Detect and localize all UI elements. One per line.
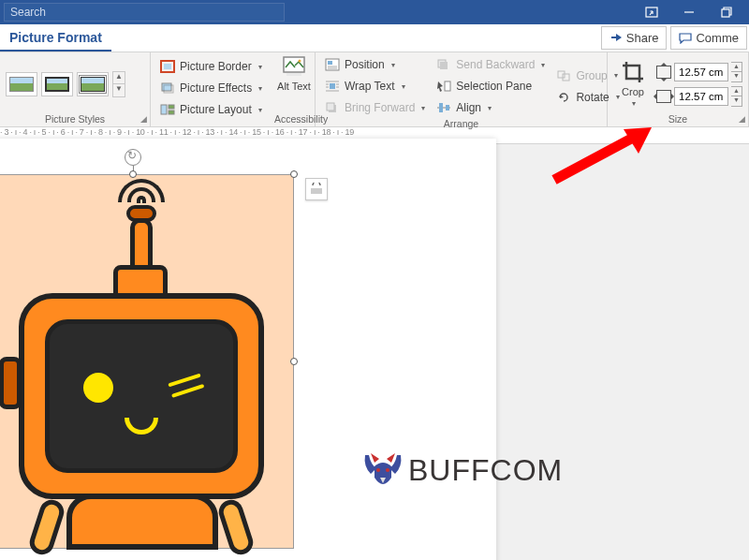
shape-width-input[interactable]: [674, 87, 728, 106]
layout-options-icon: [309, 183, 324, 196]
svg-rect-25: [327, 103, 334, 111]
svg-rect-9: [169, 111, 174, 114]
robot-wifi-icon: [118, 179, 165, 205]
svg-rect-8: [169, 105, 174, 109]
document-area[interactable]: BUFFCOM: [0, 144, 749, 560]
send-backward-button: Send Backward▾: [433, 54, 549, 75]
ribbon-display-options-button[interactable]: [633, 0, 670, 24]
svg-rect-31: [446, 105, 449, 111]
svg-rect-12: [286, 73, 301, 76]
crop-button[interactable]: Crop ▾: [613, 60, 653, 108]
resize-handle-top[interactable]: [129, 170, 137, 178]
picture-layout-icon: [160, 102, 175, 117]
ribbon: ▲▼ Picture Styles ◢ Picture Border▾ Pict…: [0, 52, 749, 127]
bring-forward-icon: [325, 100, 340, 115]
picture-effects-button[interactable]: Picture Effects▾: [156, 78, 263, 98]
picture-style-1[interactable]: [6, 72, 37, 96]
svg-rect-27: [440, 62, 448, 69]
picture-layout-button[interactable]: Picture Layout▾: [156, 99, 263, 120]
svg-rect-2: [722, 9, 729, 17]
picture-border-icon: [160, 59, 175, 74]
selection-pane-button[interactable]: Selection Pane: [433, 76, 549, 96]
group-picture-styles: ▲▼ Picture Styles ◢: [0, 52, 151, 126]
comments-button[interactable]: Comme: [670, 26, 747, 50]
svg-point-38: [386, 468, 389, 472]
height-spinner[interactable]: ▲▼: [731, 62, 742, 82]
shape-height-input[interactable]: [674, 63, 728, 81]
layout-options-button[interactable]: [305, 178, 328, 200]
group-label-accessibility: Accessibility: [274, 113, 309, 125]
send-backward-icon: [436, 57, 451, 72]
group-accessibility: Alt Text Accessibility: [269, 52, 316, 126]
tab-picture-format[interactable]: Picture Format: [0, 24, 111, 52]
svg-rect-28: [445, 81, 450, 91]
restore-button[interactable]: [708, 0, 745, 24]
page: [0, 139, 496, 560]
height-icon: [656, 66, 671, 79]
wrap-text-button[interactable]: Wrap Text▾: [321, 76, 429, 96]
position-icon: [325, 57, 340, 72]
group-picture-adjust: Picture Border▾ Picture Effects▾ Picture…: [151, 52, 269, 126]
annotation-arrow: [545, 125, 657, 191]
minimize-button[interactable]: [670, 0, 708, 24]
group-label-size: Size: [613, 113, 742, 125]
crop-icon: [621, 60, 645, 84]
picture-style-3[interactable]: [77, 72, 109, 96]
wrap-text-icon: [325, 79, 340, 94]
svg-rect-14: [328, 61, 332, 65]
group-label-picture-styles: Picture Styles: [6, 113, 144, 125]
bring-forward-button: Bring Forward▾: [321, 97, 429, 118]
group-icon: [556, 68, 571, 83]
watermark-logo-icon: [361, 449, 404, 491]
svg-point-37: [376, 468, 380, 472]
title-bar: [0, 0, 749, 24]
picture-style-2[interactable]: [41, 72, 73, 96]
size-launcher[interactable]: ◢: [739, 114, 745, 124]
svg-rect-30: [439, 103, 443, 112]
svg-point-11: [299, 60, 301, 63]
resize-handle-right[interactable]: [290, 358, 298, 365]
share-button[interactable]: Share: [601, 26, 668, 50]
rotate-handle[interactable]: [125, 149, 141, 166]
width-icon: [656, 90, 671, 103]
watermark-text: BUFFCOM: [408, 453, 563, 488]
comments-label: Comme: [696, 31, 739, 45]
alt-text-icon: [282, 54, 306, 79]
align-button[interactable]: Align▾: [433, 97, 549, 118]
rotate-icon: [556, 90, 571, 105]
picture-styles-launcher[interactable]: ◢: [140, 114, 147, 124]
group-arrange: Position▾ Wrap Text▾ Bring Forward▾ Send…: [316, 52, 608, 126]
ribbon-tabs: Picture Format Share Comme: [0, 24, 749, 52]
svg-rect-7: [161, 105, 167, 114]
selection-pane-icon: [436, 79, 451, 94]
picture-border-button[interactable]: Picture Border▾: [156, 56, 263, 77]
picture-styles-gallery-more[interactable]: ▲▼: [112, 71, 125, 97]
picture-effects-icon: [160, 81, 175, 96]
alt-text-button[interactable]: Alt Text: [274, 54, 314, 92]
robot-illustration: [0, 177, 291, 548]
share-label: Share: [626, 31, 659, 45]
resize-handle-top-right[interactable]: [290, 170, 298, 178]
group-size: Crop ▾ ▲▼ ▲▼ Size ◢: [608, 52, 749, 126]
align-icon: [436, 100, 451, 115]
watermark: BUFFCOM: [361, 449, 563, 491]
width-spinner[interactable]: ▲▼: [731, 86, 742, 107]
svg-rect-17: [330, 83, 335, 89]
position-button[interactable]: Position▾: [321, 54, 429, 75]
svg-rect-4: [164, 64, 171, 69]
search-input[interactable]: [4, 3, 285, 22]
selected-picture[interactable]: [0, 174, 294, 549]
